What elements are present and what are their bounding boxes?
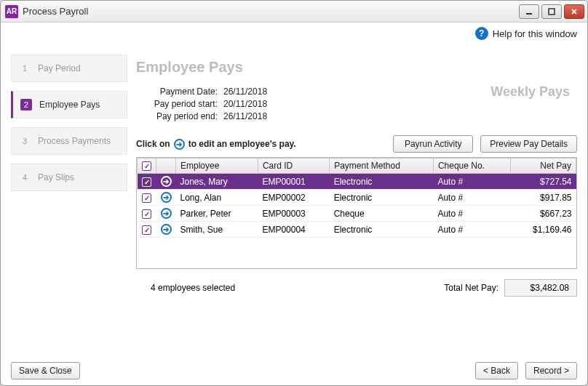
minimize-button[interactable] <box>519 4 539 19</box>
maximize-button[interactable] <box>541 4 562 19</box>
header-cheque-no[interactable]: Cheque No. <box>433 158 510 174</box>
header-employee[interactable]: Employee <box>176 158 258 174</box>
total-net-pay-value: $3,482.08 <box>504 279 577 297</box>
main-panel: Employee Pays Payment Date: 26/11/2018 P… <box>136 47 577 349</box>
step-label: Employee Pays <box>39 100 100 110</box>
selected-count: 4 employees selected <box>151 283 235 293</box>
cell-employee: Jones, Mary <box>176 174 258 190</box>
header-card-id[interactable]: Card ID <box>258 158 329 174</box>
step-process-payments[interactable]: 3 Process Payments <box>11 127 127 155</box>
period-end-value: 26/11/2018 <box>223 111 267 121</box>
table-row[interactable]: ✓➔Long, AlanEMP00002ElectronicAuto #$917… <box>138 190 576 206</box>
instruction-pre: Click on <box>136 139 170 149</box>
edit-row-icon[interactable]: ➔ <box>161 208 172 219</box>
app-window: AR Process Payroll ? Help for this windo… <box>0 0 588 386</box>
cell-payment-method: Electronic <box>330 222 434 238</box>
cell-payment-method: Cheque <box>330 206 434 222</box>
header-net-pay[interactable]: Net Pay <box>510 158 576 174</box>
cell-payment-method: Electronic <box>330 190 434 206</box>
save-and-close-button[interactable]: Save & Close <box>11 362 80 379</box>
cell-card-id: EMP00003 <box>258 206 329 222</box>
info-block: Payment Date: 26/11/2018 Pay period star… <box>136 84 490 124</box>
row-checkbox[interactable]: ✓ <box>142 177 151 187</box>
back-button[interactable]: < Back <box>475 362 518 379</box>
payrun-activity-button[interactable]: Payrun Activity <box>393 135 473 153</box>
cell-net-pay: $727.54 <box>510 174 576 190</box>
step-label: Pay Slips <box>38 172 74 182</box>
row-checkbox[interactable]: ✓ <box>142 209 151 219</box>
step-pay-slips[interactable]: 4 Pay Slips <box>11 164 127 191</box>
period-end-label: Pay period end: <box>136 111 218 121</box>
cell-card-id: EMP00001 <box>258 174 329 190</box>
info-row: Payment Date: 26/11/2018 Pay period star… <box>136 84 577 124</box>
cell-cheque-no: Auto # <box>433 190 510 206</box>
cell-cheque-no: Auto # <box>433 174 510 190</box>
step-number: 2 <box>20 99 32 110</box>
step-number: 1 <box>19 63 31 74</box>
help-link[interactable]: Help for this window <box>493 28 577 39</box>
header-select-all[interactable]: ✓ <box>138 158 156 174</box>
table-row[interactable]: ✓➔Smith, SueEMP00004ElectronicAuto #$1,1… <box>138 222 576 238</box>
cell-net-pay: $667.23 <box>510 206 576 222</box>
preview-pay-details-button[interactable]: Preview Pay Details <box>480 135 577 153</box>
step-number: 4 <box>19 172 31 183</box>
step-pay-period[interactable]: 1 Pay Period <box>11 55 127 82</box>
record-button[interactable]: Record > <box>525 362 577 379</box>
svg-rect-1 <box>549 9 555 15</box>
table-row[interactable]: ✓➔Jones, MaryEMP00001ElectronicAuto #$72… <box>138 174 576 190</box>
instruction-post: to edit an employee's pay. <box>188 139 296 149</box>
titlebar: AR Process Payroll <box>1 1 587 23</box>
payment-date-value: 26/11/2018 <box>223 87 267 97</box>
instruction-text: Click on ➔ to edit an employee's pay. <box>136 139 296 150</box>
page-title: Employee Pays <box>136 59 577 76</box>
svg-rect-0 <box>526 13 532 15</box>
payment-date-label: Payment Date: <box>136 87 218 97</box>
summary-row: 4 employees selected Total Net Pay: $3,4… <box>136 279 577 297</box>
wizard-sidebar: 1 Pay Period 2 Employee Pays 3 Process P… <box>11 47 127 349</box>
window-controls <box>519 4 584 19</box>
cell-employee: Long, Alan <box>176 190 258 206</box>
bottom-bar: Save & Close < Back Record > <box>1 356 587 385</box>
cell-card-id: EMP00002 <box>258 190 329 206</box>
employee-pay-table: ✓ Employee Card ID Payment Method Cheque… <box>136 157 577 269</box>
period-start-label: Pay period start: <box>136 99 218 109</box>
row-checkbox[interactable]: ✓ <box>142 193 151 203</box>
help-icon[interactable]: ? <box>475 27 488 40</box>
step-label: Pay Period <box>38 63 81 73</box>
close-button[interactable] <box>564 4 584 19</box>
cell-net-pay: $1,169.46 <box>510 222 576 238</box>
select-all-checkbox[interactable]: ✓ <box>142 161 151 171</box>
cell-cheque-no: Auto # <box>433 222 510 238</box>
edit-arrow-icon: ➔ <box>174 139 185 150</box>
step-employee-pays[interactable]: 2 Employee Pays <box>11 91 127 118</box>
pay-cycle-subtitle: Weekly Pays <box>490 84 570 100</box>
window-title: Process Payroll <box>23 6 519 17</box>
period-start-value: 20/11/2018 <box>223 99 267 109</box>
help-row: ? Help for this window <box>1 23 587 44</box>
action-buttons: Payrun Activity Preview Pay Details <box>393 135 577 153</box>
edit-row-icon[interactable]: ➔ <box>161 176 172 187</box>
header-edit <box>156 158 176 174</box>
step-label: Process Payments <box>38 136 111 146</box>
step-number: 3 <box>19 135 31 147</box>
header-payment-method[interactable]: Payment Method <box>330 158 434 174</box>
cell-employee: Parker, Peter <box>176 206 258 222</box>
total-net-pay-label: Total Net Pay: <box>444 283 498 293</box>
body: 1 Pay Period 2 Employee Pays 3 Process P… <box>1 44 587 356</box>
edit-row-icon[interactable]: ➔ <box>161 192 172 203</box>
table-header-row: ✓ Employee Card ID Payment Method Cheque… <box>138 158 576 174</box>
cell-employee: Smith, Sue <box>176 222 258 238</box>
table-row[interactable]: ✓➔Parker, PeterEMP00003ChequeAuto #$667.… <box>138 206 576 222</box>
instruction-row: Click on ➔ to edit an employee's pay. Pa… <box>136 135 577 153</box>
cell-payment-method: Electronic <box>330 174 434 190</box>
edit-row-icon[interactable]: ➔ <box>161 224 172 235</box>
app-icon: AR <box>5 5 18 18</box>
cell-cheque-no: Auto # <box>433 206 510 222</box>
cell-card-id: EMP00004 <box>258 222 329 238</box>
cell-net-pay: $917.85 <box>510 190 576 206</box>
row-checkbox[interactable]: ✓ <box>142 225 151 235</box>
